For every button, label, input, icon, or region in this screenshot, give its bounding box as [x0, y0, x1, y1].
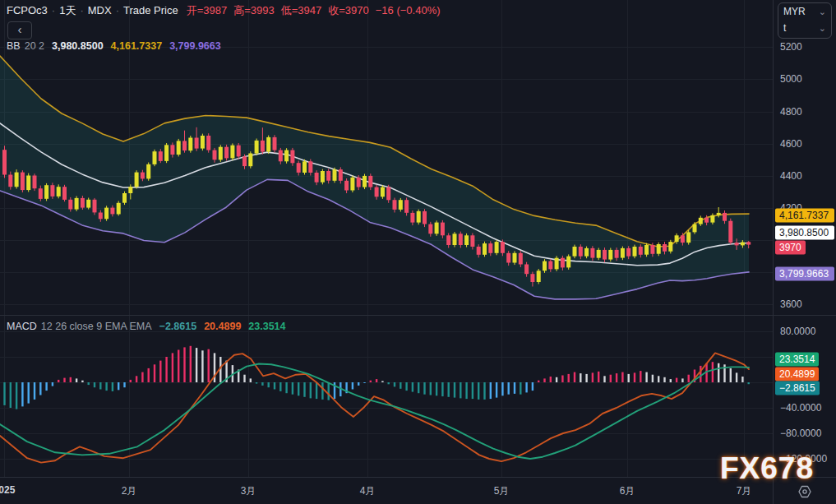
- currency-unit-selector: MYR ⌄ t ⌄: [778, 2, 832, 39]
- macd-hist-label: −2.8615: [775, 381, 820, 395]
- indicator-value: −2.8615: [159, 321, 197, 332]
- chevron-down-icon: ⌄: [819, 24, 826, 32]
- bb-indicator-values: 3,980.85004,161.73373,799.9663: [44, 40, 221, 52]
- axis-tick: −80.0000: [780, 428, 821, 439]
- trading-chart-app: FCPOc3·1天·MDX·Trade Price开=3987高=3993低=3…: [0, 0, 836, 504]
- macd-signal-label: 23.3514: [775, 353, 819, 367]
- axis-corner-separator: [773, 478, 774, 504]
- time-axis-month-label: 2月: [122, 484, 137, 498]
- ohlc-item: 开=3987: [187, 4, 228, 16]
- time-axis-month-label: 6月: [620, 484, 635, 498]
- time-axis-month-label: 3月: [241, 484, 256, 498]
- currency-dropdown[interactable]: MYR ⌄: [778, 3, 831, 20]
- axis-tick: 80.0000: [780, 326, 815, 337]
- legend-separator: ·: [80, 4, 83, 16]
- axis-tick: 5000: [780, 73, 802, 85]
- axis-tick: 4800: [780, 106, 802, 118]
- lower-band-price-label: 3,799.9663: [775, 267, 834, 281]
- series-type-label: Trade Price: [123, 4, 178, 16]
- indicator-value: 3,799.9663: [169, 40, 221, 52]
- ohlc-item: 低=3947: [281, 4, 322, 16]
- last-price-label: 3970: [775, 241, 806, 255]
- interval-label: 1天: [59, 4, 76, 16]
- bb-indicator-params: 20 2: [25, 40, 44, 52]
- time-axis-year-label: 2025: [0, 484, 15, 496]
- macd-value-label: 20.4899: [775, 368, 819, 381]
- time-axis-month-label: 5月: [494, 484, 510, 498]
- macd-indicator-values: −2.861520.489923.3514: [152, 321, 286, 332]
- bb-indicator-legend: BB20 23,980.85004,161.73373,799.9663: [7, 40, 221, 52]
- legend-separator: ·: [116, 4, 119, 16]
- price-axis[interactable]: MYR ⌄ t ⌄ 520050004800460044004200360080…: [773, 0, 836, 477]
- macd-indicator-legend: MACD12 26 close 9 EMA EMA−2.861520.48992…: [7, 321, 286, 332]
- time-axis-month-label: 7月: [737, 484, 752, 498]
- ohlc-item: 高=3993: [233, 4, 275, 16]
- unit-value: t: [783, 20, 786, 36]
- chart-settings-icon[interactable]: [796, 483, 814, 501]
- chart-canvas[interactable]: [0, 0, 773, 477]
- basis-price-label: 3,980.8500: [775, 226, 834, 240]
- unit-dropdown[interactable]: t ⌄: [778, 20, 831, 36]
- back-button[interactable]: ‹: [7, 21, 32, 39]
- chevron-left-icon: ‹: [18, 22, 22, 36]
- ohlc-item: 收=3970: [328, 4, 369, 16]
- axis-tick: 5200: [780, 41, 802, 53]
- axis-tick: 4600: [780, 138, 802, 150]
- upper-band-price-label: 4,161.7337: [775, 209, 834, 223]
- indicator-value: 20.4899: [204, 321, 241, 332]
- legend-separator: ·: [52, 4, 55, 16]
- axis-tick: 4400: [780, 170, 802, 182]
- time-axis[interactable]: 20252月3月4月5月6月7月: [0, 477, 836, 504]
- bb-indicator-name: BB: [7, 40, 21, 52]
- indicator-value: 23.3514: [248, 321, 285, 332]
- time-axis-month-label: 4月: [360, 484, 376, 498]
- chevron-down-icon: ⌄: [819, 7, 826, 16]
- change-value: −16 (−0.40%): [376, 4, 441, 16]
- macd-indicator-params: 12 26 close 9 EMA EMA: [41, 321, 152, 332]
- ohlc-values: 开=3987高=3993低=3947收=3970−16 (−0.40%): [187, 4, 441, 16]
- axis-tick: −120.0000: [780, 453, 827, 465]
- indicator-value: 4,161.7337: [111, 40, 163, 52]
- axis-tick: 3600: [780, 298, 802, 310]
- indicator-value: 3,980.8500: [52, 40, 104, 52]
- exchange-label: MDX: [88, 4, 112, 16]
- symbol-name: FCPOc3: [7, 4, 48, 16]
- axis-tick: −40.0000: [780, 402, 821, 414]
- currency-value: MYR: [783, 3, 806, 20]
- pane-separator[interactable]: [0, 315, 836, 316]
- macd-indicator-name: MACD: [7, 321, 37, 332]
- symbol-legend: FCPOc3·1天·MDX·Trade Price开=3987高=3993低=3…: [7, 3, 441, 18]
